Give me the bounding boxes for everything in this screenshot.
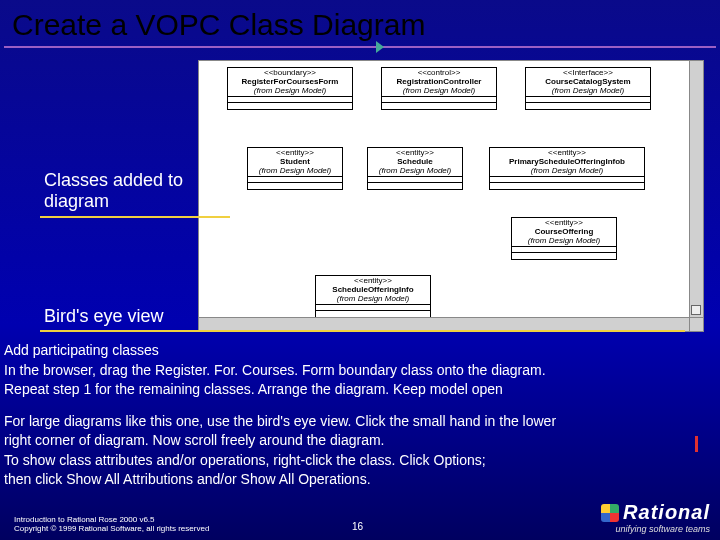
body-line: Repeat step 1 for the remaining classes.… [4,381,716,399]
op-compartment [512,253,616,259]
class-register-for-courses-form[interactable]: <<boundary>> RegisterForCoursesForm (fro… [227,67,353,110]
body-line: In the browser, drag the Register. For. … [4,362,716,380]
body-line: For large diagrams like this one, use th… [4,413,716,431]
op-compartment [526,103,650,109]
annotation-line-1 [40,216,230,218]
annotation-line-2 [40,330,685,332]
class-registration-controller[interactable]: <<control>> RegistrationController (from… [381,67,497,110]
page-number: 16 [352,521,363,532]
class-course-catalog-system[interactable]: <<Interface>> CourseCatalogSystem (from … [525,67,651,110]
body-line: right corner of diagram. Now scroll free… [4,432,716,450]
body-line: To show class attributes and/or operatio… [4,452,716,470]
slide-title: Create a VOPC Class Diagram [0,0,720,46]
class-course-offering[interactable]: <<entity>> CourseOffering (from Design M… [511,217,617,260]
footer-line: Introduction to Rational Rose 2000 v6.5 [14,515,209,525]
instruction-text: Add participating classes In the browser… [0,342,720,491]
op-compartment [228,103,352,109]
vertical-scrollbar[interactable] [689,61,703,331]
brand-name: Rational [623,501,710,524]
title-underline [4,46,716,48]
class-schedule[interactable]: <<entity>> Schedule (from Design Model) [367,147,463,190]
horizontal-scrollbar[interactable] [199,317,689,331]
from-label: (from Design Model) [368,167,462,178]
class-schedule-offering-info[interactable]: <<entity>> ScheduleOfferingInfo (from De… [315,275,431,318]
body-line: then click Show All Attributions and/or … [4,471,716,489]
op-compartment [382,103,496,109]
footer-text: Introduction to Rational Rose 2000 v6.5 … [14,515,209,534]
op-compartment [368,183,462,189]
op-compartment [248,183,342,189]
from-label: (from Design Model) [316,295,430,306]
from-label: (from Design Model) [512,237,616,248]
from-label: (from Design Model) [526,87,650,98]
annotation-birds-eye: Bird's eye view [44,306,163,327]
birds-eye-hand-icon[interactable] [691,305,701,315]
body-line: Add participating classes [4,342,716,360]
from-label: (from Design Model) [228,87,352,98]
class-diagram-canvas[interactable]: <<boundary>> RegisterForCoursesForm (fro… [198,60,704,332]
from-label: (from Design Model) [248,167,342,178]
logo-swirl-icon [601,504,619,522]
scroll-corner [689,317,703,331]
from-label: (from Design Model) [382,87,496,98]
cursor-marker [695,436,698,452]
rational-logo: Rational unifying software teams [601,501,710,534]
from-label: (from Design Model) [490,167,644,178]
brand-tagline: unifying software teams [601,524,710,534]
class-student[interactable]: <<entity>> Student (from Design Model) [247,147,343,190]
op-compartment [490,183,644,189]
class-primary-schedule-offering[interactable]: <<entity>> PrimaryScheduleOfferingInfob … [489,147,645,190]
annotation-classes-added: Classes added to diagram [44,170,194,212]
footer-line: Copyright © 1999 Rational Software, all … [14,524,209,534]
